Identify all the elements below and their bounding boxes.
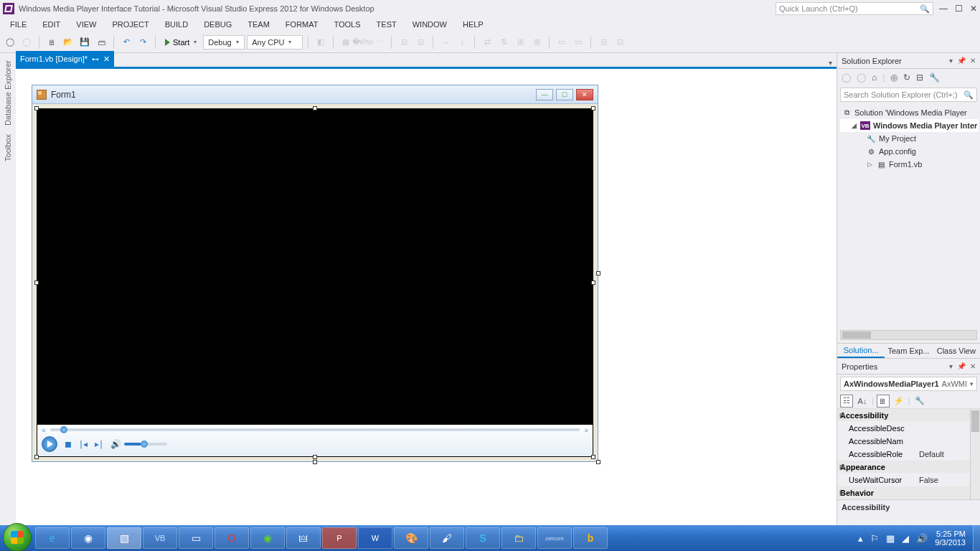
menu-format[interactable]: FORMAT: [278, 19, 326, 30]
skip-fwd-icon[interactable]: »: [584, 426, 588, 434]
menu-debug[interactable]: DEBUG: [197, 19, 239, 30]
category-behavior[interactable]: ⊟Behavior: [837, 486, 980, 499]
resize-handle[interactable]: [313, 455, 317, 459]
taskbar-celcom[interactable]: celcom: [537, 527, 572, 549]
tray-flag-icon[interactable]: ⚐: [870, 533, 879, 544]
expand-icon[interactable]: ▷: [866, 161, 873, 168]
volume-thumb[interactable]: [141, 441, 148, 448]
vspace-btn[interactable]: ⇅: [496, 35, 511, 50]
windows-taskbar[interactable]: e ◉ ▧ VB ▭ O ◉ 🜲 P W 🎨 🖌 S 🗀 celcom b ▴ …: [0, 525, 980, 551]
menu-build[interactable]: BUILD: [158, 19, 195, 30]
hspace-btn[interactable]: ⇄: [480, 35, 494, 50]
form-close-button[interactable]: ✕: [576, 89, 593, 100]
se-home-icon[interactable]: ⌂: [872, 72, 877, 83]
tray-app-icon[interactable]: ▦: [886, 533, 895, 544]
new-project-button[interactable]: 🗎: [44, 35, 59, 50]
start-button[interactable]: [3, 523, 32, 551]
spacing-btn-2[interactable]: ⊟: [413, 35, 428, 50]
volume-control[interactable]: 🔊: [110, 439, 167, 449]
windows-media-player-control[interactable]: « » ◼ ∣◂ ▸∣ 🔊: [37, 108, 593, 457]
se-hscrollbar[interactable]: [840, 330, 977, 340]
prop-row[interactable]: AccessibleRoleDefault: [837, 448, 980, 461]
solution-tree[interactable]: ⧉ Solution 'Windows Media Player ◢ VB Wi…: [837, 103, 980, 176]
close-button[interactable]: ✕: [970, 4, 977, 14]
solution-explorer-header[interactable]: Solution Explorer ▾ 📌 ✕: [837, 53, 980, 69]
prop-row[interactable]: UseWaitCursorFalse: [837, 474, 980, 486]
menu-file[interactable]: FILE: [3, 19, 34, 30]
resize-handle[interactable]: [591, 106, 595, 110]
form-maximize-button[interactable]: ☐: [556, 89, 573, 100]
system-tray[interactable]: ▴ ⚐ ▦ ◢ 🔊 5:25 PM 9/3/2013: [851, 529, 973, 547]
tab-order-btn[interactable]: ⊡: [613, 35, 627, 50]
form-resize-handle[interactable]: [596, 460, 600, 464]
order-back-btn[interactable]: ▭: [571, 35, 585, 50]
menu-edit[interactable]: EDIT: [35, 19, 67, 30]
taskbar-vb[interactable]: VB: [143, 527, 177, 549]
panel-pin-icon[interactable]: 📌: [957, 362, 966, 370]
properties-header[interactable]: Properties ▾ 📌 ✕: [837, 359, 980, 375]
se-back-icon[interactable]: ◯: [842, 72, 851, 83]
resize-handle[interactable]: [34, 106, 39, 110]
taskbar-bing[interactable]: b: [573, 527, 608, 549]
taskbar-vs[interactable]: ▧: [107, 527, 141, 549]
skip-back-icon[interactable]: «: [42, 426, 46, 434]
taskbar-folder[interactable]: 🗀: [501, 527, 536, 549]
menu-test[interactable]: TEST: [369, 19, 404, 30]
align-grid-button[interactable]: ▦: [339, 35, 353, 50]
se-refresh-icon[interactable]: ↻: [903, 72, 910, 83]
panel-menu-icon[interactable]: ▾: [949, 362, 953, 370]
tab-class-view[interactable]: Class View: [933, 344, 980, 358]
menu-window[interactable]: WINDOW: [405, 19, 454, 30]
size-btn-2[interactable]: ↕: [455, 35, 469, 50]
nav-back-button[interactable]: ◯: [3, 35, 17, 50]
prop-vscrollbar[interactable]: [970, 409, 980, 499]
menu-tools[interactable]: TOOLS: [326, 19, 367, 30]
tray-clock[interactable]: 5:25 PM 9/3/2013: [935, 529, 966, 547]
order-front-btn[interactable]: ▭: [555, 35, 569, 50]
events-button[interactable]: ⚡: [892, 395, 905, 408]
se-fwd-icon[interactable]: ◯: [857, 72, 866, 83]
panel-close-icon[interactable]: ✕: [970, 57, 976, 65]
prop-row[interactable]: AccessibleNam: [837, 435, 980, 448]
prop-row[interactable]: AccessibleDesc: [837, 422, 980, 435]
menu-project[interactable]: PROJECT: [105, 19, 156, 30]
tab-team-explorer[interactable]: Team Exp...: [885, 344, 932, 358]
prev-button[interactable]: ∣◂: [79, 439, 88, 449]
resize-handle[interactable]: [591, 281, 595, 285]
tree-solution-node[interactable]: ⧉ Solution 'Windows Media Player: [840, 106, 979, 119]
tray-volume-icon[interactable]: 🔊: [916, 533, 928, 544]
seek-thumb[interactable]: [60, 426, 67, 433]
align-left-button[interactable]: �ého: [355, 35, 369, 50]
open-button[interactable]: 📂: [61, 35, 75, 50]
nav-fwd-button[interactable]: ◯: [19, 35, 34, 50]
taskbar-powerpoint[interactable]: P: [322, 527, 357, 549]
taskbar-chrome[interactable]: ◉: [71, 527, 105, 549]
save-button[interactable]: 💾: [77, 35, 92, 50]
align-center-button[interactable]: ⋯: [372, 35, 386, 50]
tree-item-appconfig[interactable]: ⚙ App.config: [840, 145, 979, 158]
panel-close-icon[interactable]: ✕: [970, 362, 976, 370]
pin-icon[interactable]: ⊷: [92, 55, 99, 63]
taskbar-app2[interactable]: 🎨: [394, 527, 428, 549]
panel-pin-icon[interactable]: 📌: [957, 57, 966, 65]
stop-button[interactable]: ◼: [65, 439, 72, 449]
start-debug-button[interactable]: Start ▾: [161, 35, 201, 50]
properties-button[interactable]: 🗎: [877, 395, 890, 408]
panel-menu-icon[interactable]: ▾: [949, 57, 953, 65]
form-client-area[interactable]: « » ◼ ∣◂ ▸∣ 🔊: [32, 104, 598, 461]
platform-dropdown[interactable]: Any CPU▾: [247, 35, 303, 50]
designer-canvas[interactable]: Form1 — ☐ ✕ « »: [16, 69, 837, 525]
tray-overflow-icon[interactable]: ▴: [858, 533, 863, 544]
config-dropdown[interactable]: Debug▾: [203, 35, 245, 50]
play-button[interactable]: [42, 436, 57, 452]
wmp-seekbar[interactable]: « »: [42, 426, 588, 433]
taskbar-skype[interactable]: S: [466, 527, 500, 549]
size-btn-1[interactable]: ↔: [438, 35, 453, 50]
spacing-btn-1[interactable]: ⊟: [397, 35, 411, 50]
form-resize-handle[interactable]: [596, 271, 600, 276]
save-all-button[interactable]: 🗃: [94, 35, 108, 50]
merge-btn[interactable]: ⊟: [596, 35, 611, 50]
redo-button[interactable]: ↷: [136, 35, 150, 50]
taskbar-explorer[interactable]: ▭: [179, 527, 213, 549]
show-desktop-button[interactable]: [973, 525, 980, 551]
